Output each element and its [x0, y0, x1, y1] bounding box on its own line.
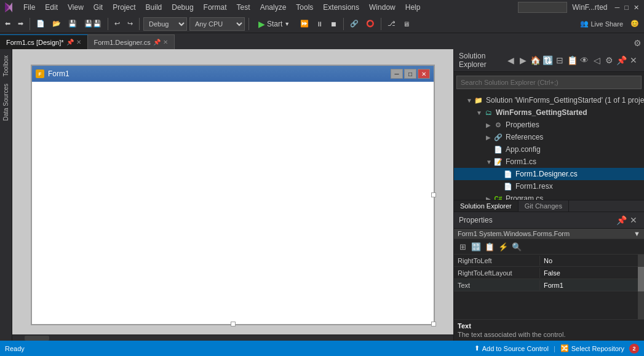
- solution-platforms-button[interactable]: 🖥: [400, 19, 412, 29]
- tree-item-form1cs[interactable]: ▼ 📝 Form1.cs: [454, 156, 644, 168]
- resize-handle-br[interactable]: [431, 322, 436, 326]
- tab-form1-designer-pin[interactable]: 📌: [153, 39, 161, 45]
- menu-item-project[interactable]: Project: [108, 2, 140, 13]
- menu-item-view[interactable]: View: [63, 2, 89, 13]
- resize-handle-right[interactable]: [431, 192, 436, 197]
- form-body[interactable]: [32, 82, 434, 324]
- design-canvas[interactable]: F Form1 ─ □ ✕: [12, 49, 453, 334]
- sol-exp-nav-back[interactable]: ◀: [505, 55, 516, 66]
- solution-explorer-search[interactable]: [456, 76, 642, 89]
- menu-item-test[interactable]: Test: [232, 2, 255, 13]
- cpu-config-select[interactable]: Any CPU x86 x64: [189, 17, 245, 31]
- forward-button[interactable]: ➡: [15, 18, 26, 29]
- breakpoint-button[interactable]: ⭕: [364, 18, 377, 29]
- menu-item-debug[interactable]: Debug: [167, 2, 198, 13]
- close-button[interactable]: ✕: [631, 2, 642, 13]
- select-repository[interactable]: 🔀 Select Repository: [560, 344, 624, 352]
- tab-git-changes[interactable]: Git Changes: [519, 200, 569, 212]
- sol-exp-close[interactable]: ✕: [628, 55, 639, 66]
- menu-item-file[interactable]: File: [18, 2, 40, 13]
- tab-settings-button[interactable]: ⚙: [631, 37, 644, 49]
- sol-exp-show-all[interactable]: 👁: [579, 55, 590, 66]
- redo-button[interactable]: ↪: [125, 18, 135, 29]
- minimize-button[interactable]: ─: [613, 2, 622, 12]
- sol-exp-collapse[interactable]: ⊟: [554, 55, 565, 66]
- tab-form1-design-close[interactable]: ✕: [76, 39, 81, 45]
- props-category-btn[interactable]: ⊞: [456, 240, 469, 253]
- sol-exp-refresh[interactable]: 🔃: [542, 55, 553, 66]
- debug-config-select[interactable]: Debug Release: [143, 17, 187, 31]
- tab-form1-designer-close[interactable]: ✕: [163, 39, 168, 45]
- toolbox-tab[interactable]: Toolbox: [1, 52, 10, 80]
- tab-form1-design[interactable]: Form1.cs [Design]* 📌 ✕: [0, 34, 88, 49]
- tree-item-appconfig[interactable]: 📄 App.config: [454, 143, 644, 156]
- props-row-text[interactable]: Text Form1: [454, 279, 638, 291]
- form-close-button[interactable]: ✕: [418, 69, 430, 79]
- menu-item-tools[interactable]: Tools: [291, 2, 318, 13]
- toolbar-sep-5: [343, 18, 344, 30]
- tree-item-programcs[interactable]: ▶ C# Program.cs: [454, 192, 644, 200]
- back-button[interactable]: ⬅: [2, 18, 13, 29]
- undo-button[interactable]: ↩: [112, 18, 122, 29]
- title-search-input[interactable]: [518, 2, 567, 13]
- props-source-btn[interactable]: 📋: [483, 240, 496, 253]
- props-scrollbar[interactable]: [638, 255, 644, 319]
- tab-form1-designer[interactable]: Form1.Designer.cs 📌 ✕: [88, 34, 175, 49]
- tree-label-form1designer: Form1.Designer.cs: [515, 170, 578, 178]
- form-minimize-button[interactable]: ─: [391, 69, 403, 79]
- form-title-text: Form1: [48, 69, 389, 78]
- sol-exp-nav-forward[interactable]: ▶: [517, 55, 528, 66]
- tree-item-solution[interactable]: ▼ 📁 Solution 'WinForms_GettingStarted' (…: [454, 94, 644, 106]
- git-button[interactable]: ⎇: [385, 18, 398, 29]
- menu-item-format[interactable]: Format: [199, 2, 232, 13]
- feedback-button[interactable]: 😊: [628, 18, 642, 29]
- tab-form1-design-pin[interactable]: 📌: [66, 39, 74, 45]
- properties-object-selector[interactable]: Form1 System.Windows.Forms.Form ▼: [454, 229, 644, 239]
- props-filter-btn[interactable]: 🔍: [511, 240, 523, 253]
- menu-item-git[interactable]: Git: [89, 2, 108, 13]
- tree-item-form1resx[interactable]: 📄 Form1.resx: [454, 180, 644, 192]
- stop-button[interactable]: ⏹: [328, 19, 340, 29]
- add-to-source-control[interactable]: ⬆ Add to Source Control: [474, 344, 549, 352]
- open-file-button[interactable]: 📂: [50, 18, 63, 29]
- tree-item-form1designer[interactable]: 📄 Form1.Designer.cs: [454, 168, 644, 180]
- tree-item-properties[interactable]: ▶ ⚙ Properties: [454, 119, 644, 131]
- sol-exp-pin[interactable]: 📌: [616, 55, 627, 66]
- sol-exp-settings[interactable]: ⚙: [603, 55, 614, 66]
- menu-item-edit[interactable]: Edit: [40, 2, 63, 13]
- tree-item-project[interactable]: ▼ 🗂 WinForms_GettingStarted: [454, 106, 644, 119]
- live-share-icon: 👥: [580, 20, 589, 28]
- maximize-button[interactable]: □: [622, 2, 631, 12]
- save-button[interactable]: 💾: [66, 18, 79, 29]
- attach-button[interactable]: 🔗: [348, 18, 361, 29]
- pause-button[interactable]: ⏸: [314, 19, 325, 29]
- form-maximize-button[interactable]: □: [404, 69, 416, 79]
- toolbar-sep-4: [248, 18, 249, 30]
- sol-exp-props[interactable]: 📋: [566, 55, 578, 66]
- props-row-righttoleftlayout[interactable]: RightToLeftLayout False: [454, 267, 638, 279]
- menu-item-analyze[interactable]: Analyze: [255, 2, 292, 13]
- sol-exp-preview[interactable]: ◁: [591, 55, 602, 66]
- app-title: WinF...rted: [567, 3, 612, 12]
- step-into-button[interactable]: ⏩: [298, 18, 311, 29]
- live-share-button[interactable]: 👥 Live Share: [578, 18, 626, 29]
- new-item-button[interactable]: 📄: [34, 18, 47, 29]
- props-events-btn[interactable]: ⚡: [497, 240, 509, 253]
- menu-item-help[interactable]: Help: [400, 2, 426, 13]
- menu-item-extensions[interactable]: Extensions: [318, 2, 364, 13]
- start-button[interactable]: ▶ Start ▼: [253, 17, 295, 31]
- data-sources-tab[interactable]: Data Sources: [1, 80, 10, 125]
- sol-exp-home[interactable]: 🏠: [530, 55, 541, 66]
- props-row-righttoleft[interactable]: RightToLeft No: [454, 255, 638, 267]
- tab-solution-explorer[interactable]: Solution Explorer: [454, 200, 519, 212]
- props-pin-btn[interactable]: 📌: [616, 215, 627, 226]
- save-all-button[interactable]: 💾💾: [82, 18, 104, 29]
- props-close-btn[interactable]: ✕: [628, 215, 639, 226]
- menu-item-window[interactable]: Window: [364, 2, 400, 13]
- h-scrollbar[interactable]: [12, 334, 453, 341]
- props-alpha-btn[interactable]: 🔡: [470, 240, 482, 253]
- tree-item-references[interactable]: ▶ 🔗 References: [454, 131, 644, 143]
- error-badge[interactable]: 2: [629, 344, 639, 354]
- menu-item-build[interactable]: Build: [141, 2, 167, 13]
- resize-handle-bottom[interactable]: [231, 322, 236, 326]
